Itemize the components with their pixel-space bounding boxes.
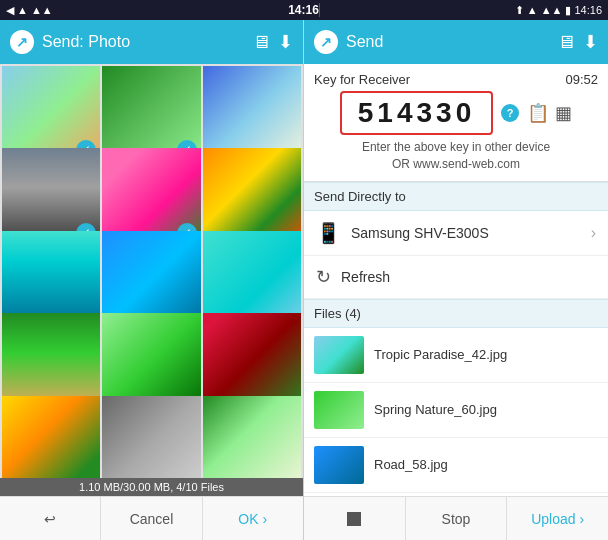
right-panel-title: Send	[346, 33, 549, 51]
left-panel: ↗ Send: Photo 🖥 ⬇ ✓✓✓✓ 1.10 MB/30.00 MB,…	[0, 20, 304, 540]
download-icon-left[interactable]: ⬇	[278, 31, 293, 53]
copy-icon[interactable]: 📋	[527, 102, 549, 124]
ok-button[interactable]: OK ›	[203, 497, 303, 540]
signal-icon-right: ▲▲	[541, 4, 563, 16]
status-bar: ◀ ▲ ▲▲ 14:16 ⬆ ▲ ▲▲ ▮ 14:16	[0, 0, 608, 20]
stop-square-button[interactable]	[304, 497, 406, 540]
ok-chevron-icon: ›	[263, 511, 268, 527]
right-bottom-bar: Stop Upload ›	[304, 496, 608, 540]
photo-grid: ✓✓✓✓	[0, 64, 303, 478]
device-chevron-icon: ›	[591, 224, 596, 242]
key-icons-row: 📋 ▦	[527, 102, 572, 124]
status-bar-left: ◀ ▲ ▲▲	[0, 4, 288, 17]
key-number: 514330	[358, 97, 475, 128]
status-time-left: 14:16	[288, 3, 319, 17]
key-number-box: 514330	[340, 91, 493, 135]
photo-cell-15[interactable]	[203, 396, 301, 478]
send-app-icon-left: ↗	[10, 30, 34, 54]
back-button[interactable]: ↩	[0, 497, 101, 540]
device-row[interactable]: 📱 Samsung SHV-E300S ›	[304, 211, 608, 256]
file-row-0[interactable]: Tropic Paradise_42.jpg	[304, 328, 608, 383]
device-name: Samsung SHV-E300S	[351, 225, 581, 241]
file-thumbnail	[314, 336, 364, 374]
wifi-icon-right: ▲	[527, 4, 538, 16]
key-desc-line2: OR www.send-web.com	[314, 156, 598, 173]
file-row-1[interactable]: Spring Nature_60.jpg	[304, 383, 608, 438]
back-icon: ↩	[44, 511, 56, 527]
key-section: Key for Receiver 09:52 514330 ? 📋 ▦ Ente…	[304, 64, 608, 182]
file-name: Spring Nature_60.jpg	[374, 402, 497, 417]
signal-icon: ▲▲	[31, 4, 53, 16]
cancel-button[interactable]: Cancel	[101, 497, 202, 540]
phone-icon: 📱	[316, 221, 341, 245]
key-info-icon[interactable]: ?	[501, 104, 519, 122]
cancel-label: Cancel	[130, 511, 174, 527]
photo-cell-13[interactable]	[2, 396, 100, 478]
key-label: Key for Receiver	[314, 72, 410, 87]
send-app-icon-right: ↗	[314, 30, 338, 54]
main-area: ↗ Send: Photo 🖥 ⬇ ✓✓✓✓ 1.10 MB/30.00 MB,…	[0, 20, 608, 540]
battery-icon: ▮	[565, 4, 571, 17]
photo-cell-14[interactable]	[102, 396, 200, 478]
file-name: Tropic Paradise_42.jpg	[374, 347, 507, 362]
ok-label: OK	[238, 511, 258, 527]
key-box-row: 514330 ? 📋 ▦	[314, 91, 598, 135]
key-header-row: Key for Receiver 09:52	[314, 72, 598, 87]
back-arrow-icon: ◀	[6, 4, 14, 17]
key-time: 09:52	[565, 72, 598, 87]
qr-icon[interactable]: ▦	[555, 102, 572, 124]
status-bar-right: ⬆ ▲ ▲▲ ▮ 14:16	[320, 4, 608, 17]
stop-label: Stop	[442, 511, 471, 527]
upload-status-icon: ⬆	[515, 4, 524, 17]
refresh-icon: ↻	[316, 266, 331, 288]
file-thumbnail	[314, 446, 364, 484]
right-panel: ↗ Send 🖥 ⬇ Key for Receiver 09:52 514330…	[304, 20, 608, 540]
file-row-2[interactable]: Road_58.jpg	[304, 438, 608, 493]
left-bottom-bar: ↩ Cancel OK ›	[0, 496, 303, 540]
refresh-row[interactable]: ↻ Refresh	[304, 256, 608, 299]
refresh-label: Refresh	[341, 269, 596, 285]
upload-button[interactable]: Upload ›	[507, 497, 608, 540]
file-thumbnail	[314, 391, 364, 429]
status-time-right: 14:16	[574, 4, 602, 16]
file-name: Road_58.jpg	[374, 457, 448, 472]
send-directly-header: Send Directly to	[304, 182, 608, 211]
wifi-icon: ▲	[17, 4, 28, 16]
key-desc-line1: Enter the above key in other device	[314, 139, 598, 156]
key-desc: Enter the above key in other device OR w…	[314, 139, 598, 173]
right-header: ↗ Send 🖥 ⬇	[304, 20, 608, 64]
stop-square-icon	[347, 512, 361, 526]
upload-label: Upload	[531, 511, 575, 527]
upload-chevron-icon: ›	[580, 511, 585, 527]
monitor-icon-right[interactable]: 🖥	[557, 32, 575, 53]
download-icon-right[interactable]: ⬇	[583, 31, 598, 53]
left-status-bar: 1.10 MB/30.00 MB, 4/10 Files	[0, 478, 303, 496]
monitor-icon-left[interactable]: 🖥	[252, 32, 270, 53]
file-list: Tropic Paradise_42.jpgSpring Nature_60.j…	[304, 328, 608, 496]
left-header: ↗ Send: Photo 🖥 ⬇	[0, 20, 303, 64]
stop-button[interactable]: Stop	[406, 497, 508, 540]
left-panel-title: Send: Photo	[42, 33, 244, 51]
files-header: Files (4)	[304, 299, 608, 328]
